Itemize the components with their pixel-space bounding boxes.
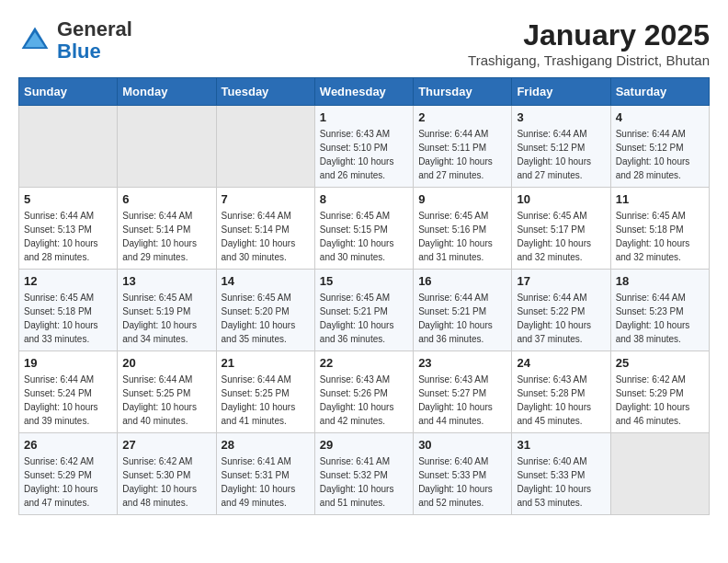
day-number: 25: [616, 356, 704, 370]
day-cell: 17Sunrise: 6:44 AMSunset: 5:22 PMDayligh…: [512, 270, 610, 351]
day-cell: 26Sunrise: 6:42 AMSunset: 5:29 PMDayligh…: [19, 433, 118, 515]
weekday-header-wednesday: Wednesday: [314, 78, 413, 106]
day-number: 23: [418, 356, 506, 370]
day-cell: 30Sunrise: 6:40 AMSunset: 5:33 PMDayligh…: [414, 433, 512, 515]
day-cell: 11Sunrise: 6:45 AMSunset: 5:18 PMDayligh…: [610, 188, 709, 270]
week-row-3: 12Sunrise: 6:45 AMSunset: 5:18 PMDayligh…: [19, 270, 710, 351]
week-row-4: 19Sunrise: 6:44 AMSunset: 5:24 PMDayligh…: [19, 351, 710, 433]
week-row-5: 26Sunrise: 6:42 AMSunset: 5:29 PMDayligh…: [19, 433, 710, 515]
day-number: 13: [122, 274, 210, 288]
day-number: 29: [320, 438, 408, 452]
day-info: Sunrise: 6:45 AMSunset: 5:15 PMDaylight:…: [320, 209, 408, 264]
day-number: 10: [517, 192, 605, 206]
day-info: Sunrise: 6:44 AMSunset: 5:21 PMDaylight:…: [418, 291, 506, 346]
day-cell: 8Sunrise: 6:45 AMSunset: 5:15 PMDaylight…: [314, 188, 413, 270]
day-number: 6: [122, 192, 210, 206]
day-cell: 5Sunrise: 6:44 AMSunset: 5:13 PMDaylight…: [19, 188, 118, 270]
day-info: Sunrise: 6:41 AMSunset: 5:31 PMDaylight:…: [222, 454, 310, 510]
day-cell: 6Sunrise: 6:44 AMSunset: 5:14 PMDaylight…: [118, 188, 216, 270]
logo-general: General: [57, 17, 132, 40]
week-row-1: 1Sunrise: 6:43 AMSunset: 5:10 PMDaylight…: [19, 106, 710, 188]
day-info: Sunrise: 6:45 AMSunset: 5:21 PMDaylight:…: [320, 291, 408, 346]
day-number: 12: [24, 274, 112, 288]
weekday-header-saturday: Saturday: [610, 78, 709, 106]
day-number: 21: [222, 356, 310, 370]
day-cell: 12Sunrise: 6:45 AMSunset: 5:18 PMDayligh…: [19, 270, 118, 351]
day-info: Sunrise: 6:42 AMSunset: 5:29 PMDaylight:…: [24, 454, 112, 510]
day-number: 15: [320, 274, 408, 288]
logo-text: General Blue: [57, 18, 132, 63]
day-cell: 28Sunrise: 6:41 AMSunset: 5:31 PMDayligh…: [216, 433, 314, 515]
day-cell: 21Sunrise: 6:44 AMSunset: 5:25 PMDayligh…: [216, 351, 314, 433]
day-number: 4: [616, 110, 704, 124]
location-title: Trashigang, Trashigang District, Bhutan: [468, 52, 710, 68]
day-number: 27: [122, 438, 210, 452]
day-info: Sunrise: 6:43 AMSunset: 5:26 PMDaylight:…: [320, 373, 408, 428]
day-cell: 25Sunrise: 6:42 AMSunset: 5:29 PMDayligh…: [610, 351, 709, 433]
day-info: Sunrise: 6:45 AMSunset: 5:17 PMDaylight:…: [517, 209, 605, 264]
day-cell: 18Sunrise: 6:44 AMSunset: 5:23 PMDayligh…: [610, 270, 709, 351]
day-cell: 4Sunrise: 6:44 AMSunset: 5:12 PMDaylight…: [610, 106, 709, 188]
day-cell: 2Sunrise: 6:44 AMSunset: 5:11 PMDaylight…: [414, 106, 512, 188]
day-info: Sunrise: 6:40 AMSunset: 5:33 PMDaylight:…: [418, 454, 506, 510]
day-cell: 14Sunrise: 6:45 AMSunset: 5:20 PMDayligh…: [216, 270, 314, 351]
day-number: 24: [517, 356, 605, 370]
day-cell: 3Sunrise: 6:44 AMSunset: 5:12 PMDaylight…: [512, 106, 610, 188]
day-cell: [216, 106, 314, 188]
title-block: January 2025 Trashigang, Trashigang Dist…: [468, 18, 710, 68]
day-number: 17: [517, 274, 605, 288]
day-cell: 27Sunrise: 6:42 AMSunset: 5:30 PMDayligh…: [118, 433, 216, 515]
day-cell: [19, 106, 118, 188]
logo: General Blue: [18, 18, 132, 63]
day-cell: 31Sunrise: 6:40 AMSunset: 5:33 PMDayligh…: [512, 433, 610, 515]
day-number: 1: [320, 110, 408, 124]
weekday-header-monday: Monday: [118, 78, 216, 106]
day-number: 7: [222, 192, 310, 206]
day-info: Sunrise: 6:45 AMSunset: 5:18 PMDaylight:…: [616, 209, 704, 264]
day-cell: 13Sunrise: 6:45 AMSunset: 5:19 PMDayligh…: [118, 270, 216, 351]
day-number: 22: [320, 356, 408, 370]
day-info: Sunrise: 6:44 AMSunset: 5:12 PMDaylight:…: [517, 127, 605, 182]
weekday-header-friday: Friday: [512, 78, 610, 106]
week-row-2: 5Sunrise: 6:44 AMSunset: 5:13 PMDaylight…: [19, 188, 710, 270]
day-number: 26: [24, 438, 112, 452]
weekday-header-row: SundayMondayTuesdayWednesdayThursdayFrid…: [19, 78, 710, 106]
day-info: Sunrise: 6:44 AMSunset: 5:12 PMDaylight:…: [616, 127, 704, 182]
day-number: 14: [222, 274, 310, 288]
day-cell: 24Sunrise: 6:43 AMSunset: 5:28 PMDayligh…: [512, 351, 610, 433]
day-cell: 29Sunrise: 6:41 AMSunset: 5:32 PMDayligh…: [314, 433, 413, 515]
day-info: Sunrise: 6:42 AMSunset: 5:29 PMDaylight:…: [616, 373, 704, 428]
day-cell: 22Sunrise: 6:43 AMSunset: 5:26 PMDayligh…: [314, 351, 413, 433]
day-info: Sunrise: 6:44 AMSunset: 5:22 PMDaylight:…: [517, 291, 605, 346]
day-cell: 1Sunrise: 6:43 AMSunset: 5:10 PMDaylight…: [314, 106, 413, 188]
day-info: Sunrise: 6:44 AMSunset: 5:13 PMDaylight:…: [24, 209, 112, 264]
month-title: January 2025: [468, 18, 710, 52]
day-number: 11: [616, 192, 704, 206]
day-cell: [610, 433, 709, 515]
day-number: 8: [320, 192, 408, 206]
day-number: 20: [122, 356, 210, 370]
weekday-header-thursday: Thursday: [414, 78, 512, 106]
day-info: Sunrise: 6:40 AMSunset: 5:33 PMDaylight:…: [517, 454, 605, 510]
day-number: 5: [24, 192, 112, 206]
calendar-table: SundayMondayTuesdayWednesdayThursdayFrid…: [18, 77, 710, 515]
day-number: 28: [222, 438, 310, 452]
day-info: Sunrise: 6:44 AMSunset: 5:25 PMDaylight:…: [222, 373, 310, 428]
logo-icon: [18, 24, 51, 57]
day-cell: 15Sunrise: 6:45 AMSunset: 5:21 PMDayligh…: [314, 270, 413, 351]
day-info: Sunrise: 6:44 AMSunset: 5:23 PMDaylight:…: [616, 291, 704, 346]
day-number: 30: [418, 438, 506, 452]
day-cell: 10Sunrise: 6:45 AMSunset: 5:17 PMDayligh…: [512, 188, 610, 270]
day-cell: 16Sunrise: 6:44 AMSunset: 5:21 PMDayligh…: [414, 270, 512, 351]
day-info: Sunrise: 6:44 AMSunset: 5:24 PMDaylight:…: [24, 373, 112, 428]
day-cell: 9Sunrise: 6:45 AMSunset: 5:16 PMDaylight…: [414, 188, 512, 270]
day-info: Sunrise: 6:44 AMSunset: 5:11 PMDaylight:…: [418, 127, 506, 182]
weekday-header-tuesday: Tuesday: [216, 78, 314, 106]
weekday-header-sunday: Sunday: [19, 78, 118, 106]
day-info: Sunrise: 6:44 AMSunset: 5:14 PMDaylight:…: [222, 209, 310, 264]
day-number: 31: [517, 438, 605, 452]
day-number: 3: [517, 110, 605, 124]
day-number: 18: [616, 274, 704, 288]
day-info: Sunrise: 6:45 AMSunset: 5:16 PMDaylight:…: [418, 209, 506, 264]
day-cell: 20Sunrise: 6:44 AMSunset: 5:25 PMDayligh…: [118, 351, 216, 433]
